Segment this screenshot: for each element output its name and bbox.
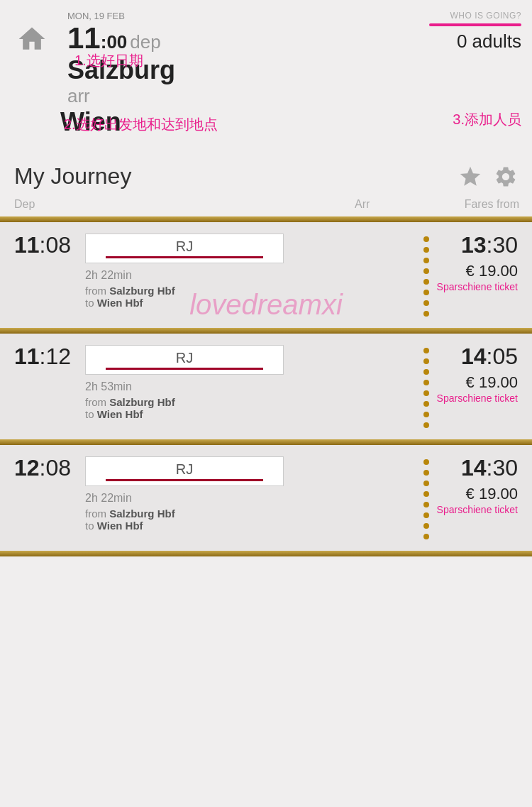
header: MON, 19 FEB 11 :00 dep Salzburg arr Wien… xyxy=(0,0,532,149)
dep-label: dep xyxy=(130,31,160,53)
train-info-3: RJ 2h 22min from Salzburg Hbf to Wien Hb… xyxy=(78,456,420,532)
journey-title: My Journey xyxy=(14,163,131,190)
train-type-1: RJ xyxy=(85,234,284,263)
duration-3: 2h 22min xyxy=(85,492,413,505)
price-1: € 19.00 xyxy=(433,262,518,280)
journey-header: My Journey xyxy=(0,149,532,195)
pink-bar xyxy=(429,23,521,26)
annotation-2: 2.选好出发地和达到地点 xyxy=(64,115,218,134)
route-to-3: to Wien Hbf xyxy=(85,520,413,532)
train-info-2: RJ 2h 53min from Salzburg Hbf to Wien Hb… xyxy=(78,345,420,420)
journey-actions[interactable] xyxy=(458,165,518,189)
home-button[interactable] xyxy=(11,18,53,60)
col-dep-header: Dep xyxy=(14,198,35,210)
ticket-type-2: Sparschiene ticket xyxy=(433,392,518,405)
duration-2: 2h 53min xyxy=(85,380,413,393)
ticket-type-1: Sparschiene ticket xyxy=(433,280,518,293)
duration-1: 2h 22min xyxy=(85,269,413,282)
route-to-2: to Wien Hbf xyxy=(85,408,413,420)
arr-price-2: 14:05 € 19.00 Sparschiene ticket xyxy=(433,345,518,405)
train-type-3: RJ xyxy=(85,456,284,486)
col-fares-header: Fares from xyxy=(465,198,519,211)
dep-time-1: 11:08 xyxy=(14,234,78,256)
col-arr-header: Arr xyxy=(355,198,370,211)
train-info-1: RJ 2h 22min from Salzburg Hbf to Wien Hb… xyxy=(78,234,420,309)
dots-separator-3 xyxy=(420,456,433,539)
separator-bar-1 xyxy=(0,216,532,222)
annotation-3: 3.添加人员 xyxy=(453,110,521,129)
arr-label: arr xyxy=(67,85,90,107)
journey-card-2[interactable]: 11:12 RJ 2h 53min from Salzburg Hbf to W… xyxy=(0,334,532,439)
date-label: MON, 19 FEB xyxy=(60,7,394,21)
ticket-type-3: Sparschiene ticket xyxy=(433,503,518,516)
separator-bar-4 xyxy=(0,551,532,556)
dots-separator-1 xyxy=(420,234,433,317)
separator-bar-3 xyxy=(0,439,532,445)
annotation-1: 1.选好日期 xyxy=(74,51,143,70)
arr-price-1: 13:30 € 19.00 Sparschiene ticket xyxy=(433,234,518,293)
train-type-2: RJ xyxy=(85,345,284,375)
dep-time-3: 12:08 xyxy=(14,456,78,479)
route-to-1: to Wien Hbf xyxy=(85,297,413,309)
arr-price-3: 14:30 € 19.00 Sparschiene ticket xyxy=(433,456,518,516)
journey-card-3[interactable]: 12:08 RJ 2h 22min from Salzburg Hbf to W… xyxy=(0,445,532,551)
route-from-1: from Salzburg Hbf xyxy=(85,285,413,297)
column-headers: Dep Arr Fares from xyxy=(0,195,532,216)
route-from-2: from Salzburg Hbf xyxy=(85,396,413,408)
adults-count[interactable]: 0 adults xyxy=(401,31,521,53)
home-icon xyxy=(16,23,48,55)
journey-card-1[interactable]: 11:08 RJ 2h 22min from Salzburg Hbf to W… xyxy=(0,222,532,328)
star-icon[interactable] xyxy=(458,165,482,189)
route-from-3: from Salzburg Hbf xyxy=(85,507,413,520)
separator-bar-2 xyxy=(0,328,532,334)
dots-separator-2 xyxy=(420,345,433,428)
price-2: € 19.00 xyxy=(433,373,518,392)
dep-hour: 11 xyxy=(67,21,101,55)
passenger-section[interactable]: WHO IS GOING? 0 adults xyxy=(401,7,521,53)
gear-icon[interactable] xyxy=(494,165,518,189)
dep-min-colon: :00 xyxy=(101,31,128,53)
price-3: € 19.00 xyxy=(433,485,518,503)
dep-time-2: 11:12 xyxy=(14,345,78,368)
who-going-label: WHO IS GOING? xyxy=(401,11,521,21)
